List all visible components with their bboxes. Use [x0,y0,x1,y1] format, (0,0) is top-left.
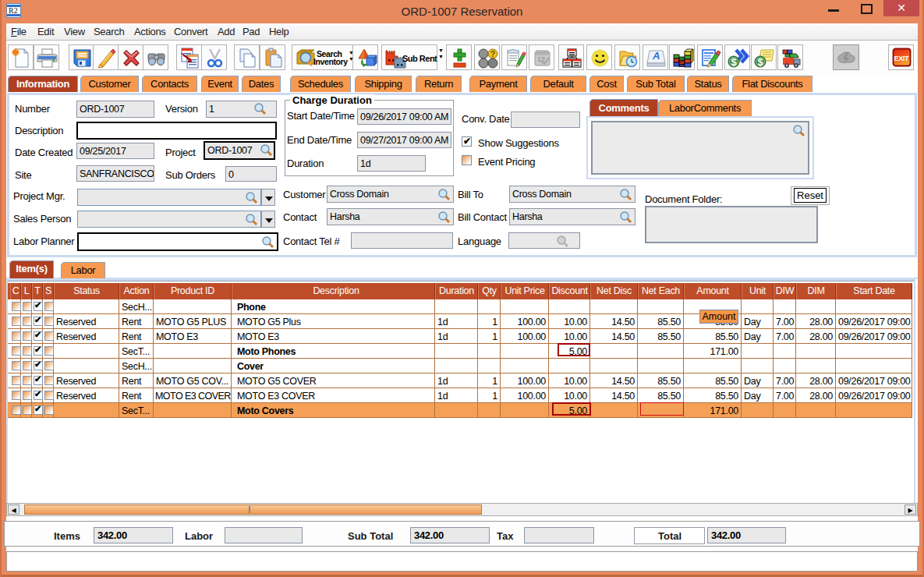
svg-text:$: $ [731,56,738,68]
svg-text:R2: R2 [9,6,18,15]
svg-text:A: A [652,50,660,62]
svg-text:$: $ [758,56,764,68]
svg-text:EXIT: EXIT [894,55,909,62]
svg-text:?: ? [490,50,495,58]
svg-text:Inventory: Inventory [313,57,348,66]
svg-text:Sub Rent: Sub Rent [402,54,437,63]
